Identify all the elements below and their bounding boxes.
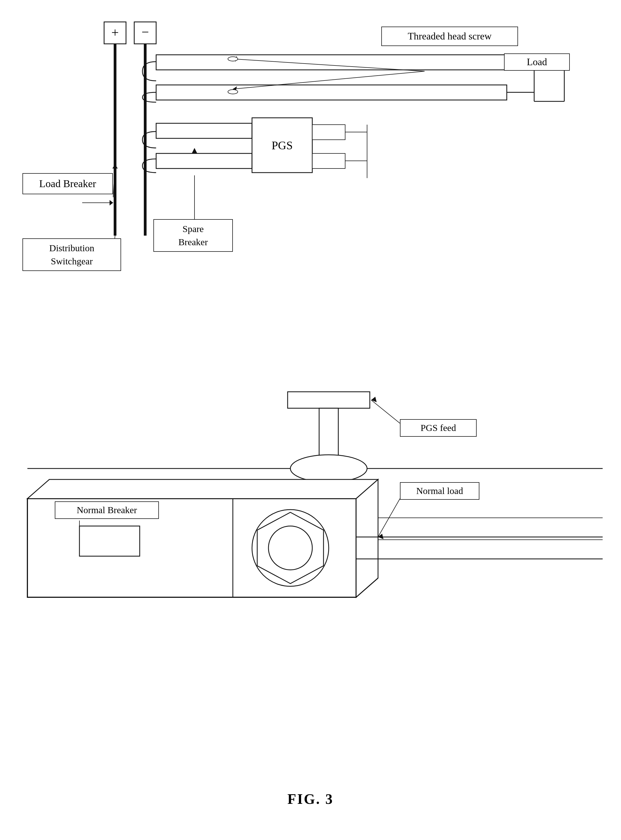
svg-text:PGS: PGS bbox=[271, 139, 292, 152]
svg-point-21 bbox=[228, 57, 238, 61]
svg-text:−: − bbox=[141, 25, 149, 39]
svg-rect-28 bbox=[156, 153, 252, 168]
main-svg: + − bbox=[0, 0, 621, 840]
distribution-switchgear-label: DistributionSwitchgear bbox=[23, 238, 121, 271]
svg-marker-50 bbox=[356, 479, 378, 597]
pgs-feed-label: PGS feed bbox=[400, 419, 477, 437]
svg-rect-53 bbox=[79, 526, 140, 556]
svg-line-46 bbox=[371, 400, 400, 423]
svg-rect-27 bbox=[156, 123, 252, 138]
threaded-head-screw-label: Threaded head screw bbox=[381, 27, 518, 46]
svg-marker-24 bbox=[109, 200, 113, 205]
svg-rect-32 bbox=[312, 153, 345, 168]
svg-rect-31 bbox=[312, 125, 345, 140]
svg-marker-47 bbox=[371, 397, 377, 402]
svg-point-22 bbox=[228, 89, 238, 94]
normal-breaker-label: Normal Breaker bbox=[55, 501, 159, 519]
svg-marker-49 bbox=[27, 479, 378, 499]
spare-breaker-text: SpareBreaker bbox=[178, 224, 208, 247]
diagram-container: + − bbox=[0, 0, 621, 840]
svg-text:+: + bbox=[111, 25, 119, 40]
svg-marker-63 bbox=[378, 534, 383, 539]
svg-rect-6 bbox=[156, 55, 507, 70]
figure-caption: FIG. 3 bbox=[287, 791, 333, 807]
svg-rect-41 bbox=[288, 392, 370, 408]
svg-marker-39 bbox=[192, 148, 197, 153]
load-label: Load bbox=[504, 53, 570, 71]
svg-point-56 bbox=[268, 526, 312, 570]
load-breaker-label: Load Breaker bbox=[23, 173, 113, 194]
svg-rect-7 bbox=[156, 85, 507, 100]
spare-breaker-label: SpareBreaker bbox=[153, 219, 233, 252]
svg-rect-42 bbox=[319, 408, 338, 458]
load-breaker-text: Load Breaker bbox=[39, 178, 96, 189]
dist-switch-text: DistributionSwitchgear bbox=[49, 243, 94, 266]
normal-load-label: Normal load bbox=[400, 482, 479, 500]
svg-point-43 bbox=[290, 455, 367, 482]
